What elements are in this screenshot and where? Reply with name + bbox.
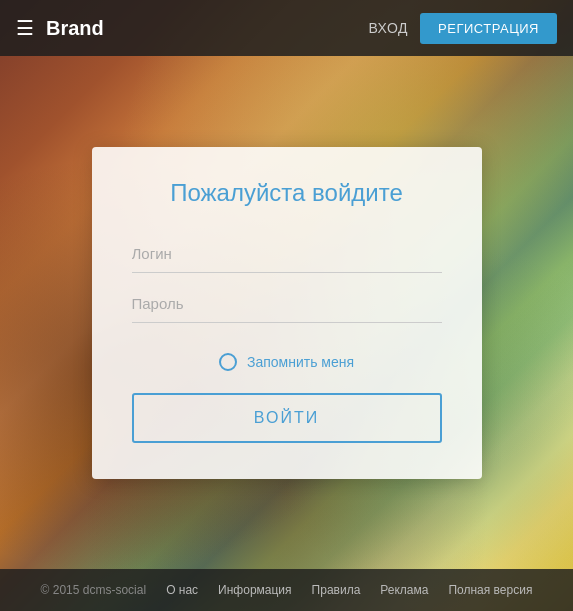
navbar-brand: ☰ Brand — [16, 17, 368, 40]
footer-copyright: © 2015 dcms-social — [41, 583, 147, 597]
form-group — [132, 235, 442, 335]
username-input[interactable] — [132, 235, 442, 273]
submit-button[interactable]: ВОЙТИ — [132, 393, 442, 443]
brand-name: Brand — [46, 17, 104, 40]
navbar-right: ВХОД РЕГИСТРАЦИЯ — [368, 13, 557, 44]
footer-link-ads[interactable]: Реклама — [380, 583, 428, 597]
login-title: Пожалуйста войдите — [132, 179, 442, 207]
remember-row: Запомнить меня — [132, 353, 442, 371]
footer-link-full[interactable]: Полная версия — [448, 583, 532, 597]
navbar: ☰ Brand ВХОД РЕГИСТРАЦИЯ — [0, 0, 573, 56]
footer-link-about[interactable]: О нас — [166, 583, 198, 597]
main-area: Пожалуйста войдите Запомнить меня ВОЙТИ — [0, 56, 573, 569]
password-input[interactable] — [132, 285, 442, 323]
footer-link-rules[interactable]: Правила — [312, 583, 361, 597]
footer: © 2015 dcms-social О нас Информация Прав… — [0, 569, 573, 611]
login-nav-link[interactable]: ВХОД — [368, 20, 408, 36]
register-nav-button[interactable]: РЕГИСТРАЦИЯ — [420, 13, 557, 44]
footer-link-info[interactable]: Информация — [218, 583, 291, 597]
remember-label[interactable]: Запомнить меня — [247, 354, 354, 370]
login-card: Пожалуйста войдите Запомнить меня ВОЙТИ — [92, 147, 482, 479]
remember-radio[interactable] — [219, 353, 237, 371]
hamburger-icon[interactable]: ☰ — [16, 18, 34, 38]
